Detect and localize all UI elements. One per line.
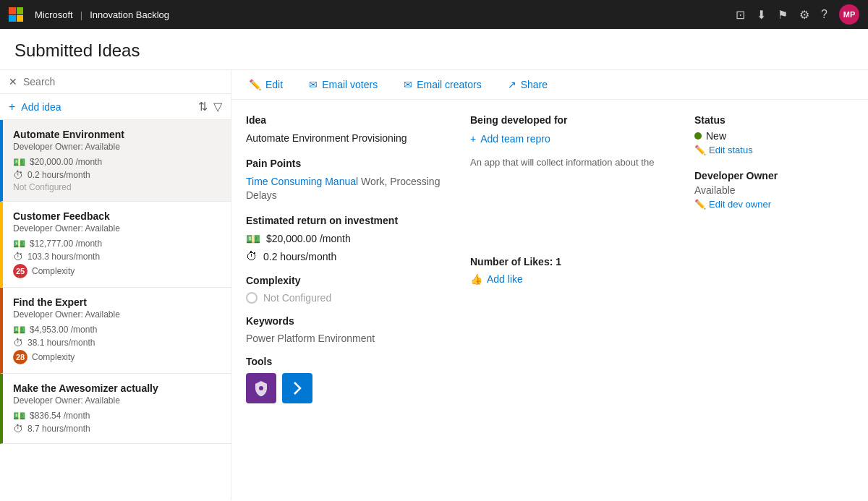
- page-title: Submitted Ideas: [14, 40, 854, 61]
- roi-cost-value: $20,000.00 /month: [266, 233, 351, 244]
- email-voters-button[interactable]: ✉ Email voters: [303, 76, 383, 93]
- cost-icon: 💵: [13, 156, 25, 168]
- complexity-label: Complexity: [32, 266, 75, 276]
- hours-value: 103.3 hours/month: [27, 252, 100, 262]
- add-team-repro-button[interactable]: + Add team repro: [470, 133, 665, 145]
- email-voters-icon: ✉: [309, 79, 318, 90]
- hours-icon: ⏱: [13, 423, 23, 434]
- hours-row: ⏱ 38.1 hours/month: [13, 337, 221, 348]
- edit-dev-owner-label: Edit dev owner: [709, 199, 771, 210]
- desktop-icon[interactable]: ⊡: [736, 8, 745, 22]
- detail-right-column: Status New ✏️ Edit status Developer Owne…: [694, 114, 854, 486]
- avatar[interactable]: MP: [839, 4, 859, 25]
- likes-section: Number of Likes: 1 👍 Add like: [470, 256, 665, 285]
- idea-owner: Developer Owner: Available: [13, 223, 221, 234]
- detail-left-column: Idea Automate Environment Provisioning P…: [246, 114, 441, 486]
- pain-link-time[interactable]: Time Consuming Manual: [246, 176, 358, 187]
- roi-hours-icon: ⏱: [246, 250, 258, 263]
- nav-separator: |: [80, 9, 82, 20]
- tool-icon-2[interactable]: [282, 373, 312, 403]
- keywords-label: Keywords: [246, 315, 441, 327]
- idea-item[interactable]: Find the Expert Developer Owner: Availab…: [0, 288, 231, 374]
- cost-value: $4,953.00 /month: [30, 325, 97, 335]
- add-idea-plus-icon[interactable]: +: [9, 100, 15, 114]
- roi-hours-row: ⏱ 0.2 hours/month: [246, 250, 441, 263]
- hours-icon: ⏱: [13, 251, 23, 262]
- idea-item[interactable]: Automate Environment Developer Owner: Av…: [0, 120, 231, 202]
- share-button[interactable]: ↗ Share: [502, 76, 553, 93]
- cost-icon: 💵: [13, 410, 25, 421]
- left-panel: ✕ + Add idea ⇅ ▽ Automate Environment De…: [0, 70, 231, 500]
- tools-icons: [246, 373, 441, 403]
- add-like-button[interactable]: 👍 Add like: [470, 273, 665, 285]
- svg-point-0: [259, 386, 263, 390]
- idea-section-label: Idea: [246, 114, 441, 126]
- tool-icon-1[interactable]: [246, 373, 276, 403]
- complexity-label: Complexity: [32, 352, 75, 362]
- sort-icon[interactable]: ⇅: [198, 100, 208, 114]
- edit-button[interactable]: ✏️ Edit: [243, 76, 289, 93]
- roi-label: Estimated return on investment: [246, 215, 441, 226]
- email-creators-label: Email creators: [417, 79, 481, 90]
- hours-value: 38.1 hours/month: [27, 338, 95, 348]
- download-icon[interactable]: ⬇: [757, 8, 766, 22]
- email-creators-button[interactable]: ✉ Email creators: [398, 76, 487, 93]
- status-value: New: [706, 130, 726, 142]
- detail-center-column: Being developed for + Add team repro An …: [470, 114, 665, 486]
- dev-owner-value: Available: [694, 184, 854, 196]
- status-label: Status: [694, 114, 854, 126]
- roi-cost-icon: 💵: [246, 232, 260, 246]
- search-input[interactable]: [23, 76, 222, 87]
- help-icon[interactable]: ?: [821, 8, 827, 21]
- add-idea-label[interactable]: Add idea: [21, 101, 192, 113]
- complexity-not-configured: Not Configured: [246, 292, 441, 304]
- add-team-repro-label: Add team repro: [480, 133, 550, 145]
- nc-circle-icon: [246, 292, 258, 304]
- cost-row: 💵 $4,953.00 /month: [13, 324, 221, 335]
- idea-item[interactable]: Customer Feedback Developer Owner: Avail…: [0, 202, 231, 288]
- add-team-plus-icon: +: [470, 133, 476, 145]
- flow-icon: [289, 380, 306, 397]
- top-navigation: Microsoft | Innovation Backlog ⊡ ⬇ ⚑ ⚙ ?…: [0, 0, 868, 29]
- tools-label: Tools: [246, 356, 441, 367]
- shield-icon: [252, 380, 270, 397]
- share-label: Share: [521, 79, 548, 90]
- idea-owner: Developer Owner: Available: [13, 309, 221, 320]
- cost-row: 💵 $836.54 /month: [13, 410, 221, 421]
- clear-search-icon[interactable]: ✕: [9, 76, 17, 87]
- edit-status-pencil-icon: ✏️: [694, 145, 706, 155]
- edit-status-link[interactable]: ✏️ Edit status: [694, 145, 854, 155]
- complexity-row: 28 Complexity: [13, 350, 221, 364]
- edit-dev-owner-link[interactable]: ✏️ Edit dev owner: [694, 199, 854, 210]
- hours-row: ⏱ 103.3 hours/month: [13, 251, 221, 262]
- idea-meta: 💵 $4,953.00 /month ⏱ 38.1 hours/month 28…: [13, 324, 221, 364]
- status-section: Status New ✏️ Edit status: [694, 114, 854, 155]
- idea-owner: Developer Owner: Available: [13, 142, 221, 152]
- cost-row: 💵 $12,777.00 /month: [13, 238, 221, 249]
- likes-title: Number of Likes: 1: [470, 256, 665, 267]
- complexity-row: 25 Complexity: [13, 264, 221, 278]
- idea-meta: 💵 $20,000.00 /month ⏱ 0.2 hours/month No…: [13, 156, 221, 192]
- logo-yellow: [17, 15, 24, 22]
- edit-dev-pencil-icon: ✏️: [694, 199, 706, 210]
- hours-row: ⏱ 0.2 hours/month: [13, 169, 221, 181]
- detail-content: Idea Automate Environment Provisioning P…: [231, 100, 868, 500]
- sort-filter-controls: ⇅ ▽: [198, 100, 222, 114]
- status-dot-icon: [694, 132, 702, 140]
- dev-owner-section: Developer Owner Available ✏️ Edit dev ow…: [694, 170, 854, 210]
- cost-value: $12,777.00 /month: [30, 239, 102, 249]
- complexity-row: Not Configured: [13, 182, 221, 192]
- edit-icon: ✏️: [249, 79, 261, 90]
- settings-icon[interactable]: ⚙: [799, 8, 809, 22]
- page-title-bar: Submitted Ideas: [0, 29, 868, 70]
- filter-icon[interactable]: ▽: [213, 100, 222, 114]
- hours-icon: ⏱: [13, 337, 23, 348]
- microsoft-logo: [9, 7, 23, 22]
- complexity-badge: 28: [13, 350, 27, 364]
- cost-value: $20,000.00 /month: [30, 157, 102, 167]
- logo-red: [9, 7, 16, 14]
- idea-meta: 💵 $12,777.00 /month ⏱ 103.3 hours/month …: [13, 238, 221, 278]
- flag-icon[interactable]: ⚑: [778, 8, 788, 22]
- idea-item[interactable]: Make the Awesomizer actually Developer O…: [0, 374, 231, 444]
- hours-value: 8.7 hours/month: [27, 424, 90, 434]
